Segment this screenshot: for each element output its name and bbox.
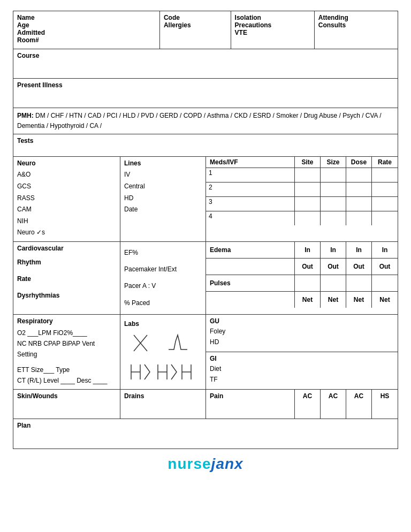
cardio-in-header4: In <box>372 242 398 258</box>
lines-date: Date <box>124 204 202 216</box>
cardio-in-header: In <box>295 242 321 258</box>
labs-header: Labs <box>124 320 139 328</box>
resp-setting: Setting <box>17 349 116 360</box>
resp-right: GU Foley HD GI Diet TF <box>206 315 398 389</box>
cardio-area: Cardiovascular Rhythm Rate Dysrhythmias … <box>13 242 398 315</box>
meds-row1-site <box>295 168 321 182</box>
meds-row4-name: 4 <box>206 211 295 225</box>
cardio-net-space2 <box>321 275 346 291</box>
lines-header: Lines <box>124 159 202 167</box>
lines-iv: IV <box>124 169 202 181</box>
gu-label: GU <box>210 317 394 325</box>
cardio-pulses-row: Pulses <box>206 275 398 292</box>
age-label: Age <box>17 21 156 29</box>
pmh-prefix: PMH: <box>17 112 34 119</box>
cardio-in-header3: In <box>346 242 372 258</box>
cardio-header: Cardiovascular <box>17 245 116 252</box>
cardio-pacemaker: Pacemaker Int/Ext <box>124 261 202 278</box>
cardio-out-label-space <box>206 259 295 275</box>
meds-row2-name: 2 <box>206 183 295 196</box>
vte-label: VTE <box>235 29 310 36</box>
resp-o2: O2 ___LPM FiO2%____ <box>17 328 116 338</box>
cardio-rate: Rate <box>17 271 116 287</box>
cardio-net-4: Net <box>372 292 398 308</box>
neuro-field-gcs: GCS <box>17 181 116 193</box>
resp-gu-section: GU Foley HD <box>206 315 398 352</box>
code-cell: Code Allergies <box>160 11 231 49</box>
cardio-left: Cardiovascular Rhythm Rate Dysrhythmias <box>13 242 120 314</box>
hd-label2: HD <box>210 337 394 347</box>
resp-area: Respiratory O2 ___LPM FiO2%____ NC NRB C… <box>13 315 398 390</box>
cardio-net-space4 <box>372 275 398 291</box>
meds-row3-site <box>295 197 321 211</box>
cardio-edema-row: Edema In In In In <box>206 242 398 259</box>
room-label: Room# <box>17 36 156 44</box>
meds-section: Meds/IVF Site Size Dose Rate 1 2 <box>206 157 398 241</box>
cardio-paced: % Paced <box>124 295 202 311</box>
pain-label: Pain <box>206 390 295 419</box>
meds-row3-rate <box>372 197 398 211</box>
skin-wounds-label: Skin/Wounds <box>13 390 120 419</box>
ekg-container <box>128 331 198 383</box>
cardio-ef: EF% <box>124 245 202 261</box>
neuro-section: Neuro A&O GCS RASS CAM NIH Neuro ✓s <box>13 157 120 241</box>
precautions-label: Precautions <box>235 21 310 29</box>
footer-logo: nursejanx <box>168 455 243 472</box>
present-illness-row: Present Illness <box>13 79 398 108</box>
footer-nurse: nurse <box>168 455 211 472</box>
consults-label: Consults <box>318 21 394 29</box>
patient-info-cell: Name Age Admitted Room# <box>13 11 160 49</box>
cardio-out-2: Out <box>321 259 346 275</box>
resp-labs: Labs <box>120 315 206 389</box>
skin-cols: AC AC AC HS <box>295 390 398 419</box>
meds-row2-site <box>295 183 321 196</box>
cardio-rhythm: Rhythm <box>17 254 116 271</box>
ekg-top-svg <box>128 331 198 355</box>
meds-row3-dose <box>346 197 372 211</box>
pmh-row: PMH: DM / CHF / HTN / CAD / PCI / HLD / … <box>13 108 398 134</box>
pmh-conditions: DM / CHF / HTN / CAD / PCI / HLD / PVD /… <box>17 112 382 130</box>
meds-row-3: 3 <box>206 197 398 211</box>
isolation-cell: Isolation Precautions VTE <box>231 11 315 49</box>
header-row: Name Age Admitted Room# Code Allergies I… <box>13 11 398 49</box>
meds-row4-dose <box>346 211 372 225</box>
cardio-out-row: Out Out Out Out <box>206 259 398 275</box>
cardio-edema-label: Edema <box>206 242 295 258</box>
meds-row-2: 2 <box>206 183 398 197</box>
resp-header: Respiratory <box>17 317 116 325</box>
meds-site-header: Site <box>295 157 321 168</box>
cardio-net-1: Net <box>295 292 321 308</box>
neuro-field-ao: A&O <box>17 169 116 181</box>
course-row: Course <box>13 49 398 79</box>
cardio-net-3: Net <box>346 292 372 308</box>
meds-row4-size <box>321 211 346 225</box>
resp-left: Respiratory O2 ___LPM FiO2%____ NC NRB C… <box>13 315 120 389</box>
name-label: Name <box>17 14 156 21</box>
meds-row2-size <box>321 183 346 196</box>
meds-row2-dose <box>346 183 372 196</box>
ekg-bottom-svg <box>128 359 198 383</box>
tests-label: Tests <box>17 137 33 145</box>
cardio-net-space3 <box>346 275 372 291</box>
meds-row4-site <box>295 211 321 225</box>
cardio-net-row: Net Net Net Net <box>206 292 398 308</box>
present-illness-label: Present Illness <box>17 81 63 89</box>
tf-label: TF <box>210 374 394 385</box>
diet-label: Diet <box>210 363 394 374</box>
skin-col-ac3: AC <box>346 390 372 419</box>
cardio-right: Edema In In In In Out Out Out Out Pulses <box>206 242 398 314</box>
skin-col-ac1: AC <box>295 390 321 419</box>
plan-row: Plan <box>13 419 398 449</box>
meds-row1-dose <box>346 168 372 182</box>
admitted-label: Admitted <box>17 29 156 36</box>
meds-row-1: 1 <box>206 168 398 183</box>
meds-header-row: Meds/IVF Site Size Dose Rate <box>206 157 398 168</box>
course-label: Course <box>17 52 39 59</box>
cardio-middle: EF% Pacemaker Int/Ext Pacer A : V % Pace… <box>120 242 206 314</box>
cardio-out-1: Out <box>295 259 321 275</box>
neuro-field-cam: CAM <box>17 204 116 216</box>
meds-row4-rate <box>372 211 398 225</box>
cardio-out-4: Out <box>372 259 398 275</box>
cardio-net-2: Net <box>321 292 346 308</box>
neuro-field-checks: Neuro ✓s <box>17 227 116 239</box>
